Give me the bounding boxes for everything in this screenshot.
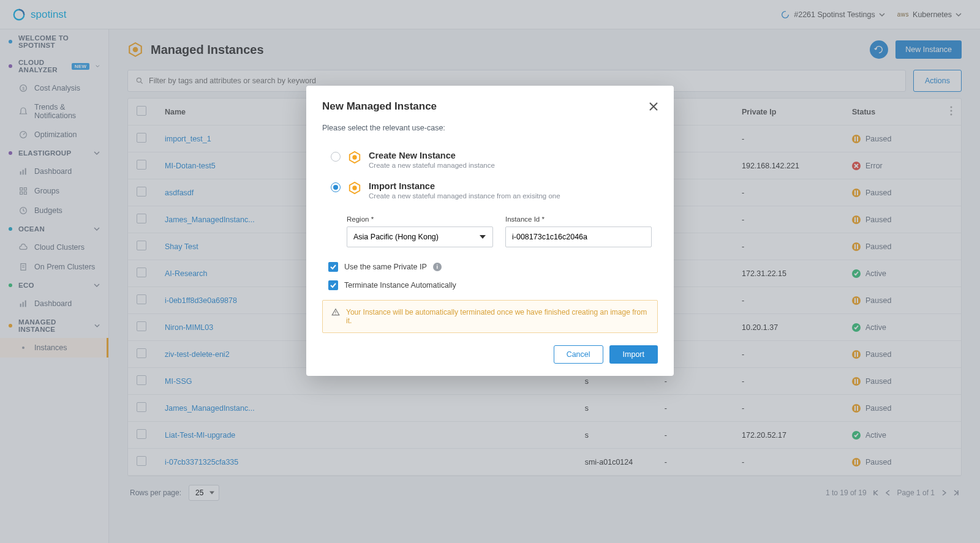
warning-icon bbox=[331, 308, 340, 316]
radio-checked[interactable] bbox=[331, 182, 341, 192]
close-icon[interactable] bbox=[649, 102, 658, 111]
same-private-ip-row[interactable]: Use the same Private IP i bbox=[328, 262, 658, 272]
modal-subtitle: Please select the relevant use-case: bbox=[322, 124, 658, 132]
warning-text: Your Instance will be automatically term… bbox=[346, 308, 649, 325]
modal-title: New Managed Instance bbox=[322, 100, 437, 113]
region-select[interactable] bbox=[347, 227, 493, 247]
hexagon-icon bbox=[348, 181, 361, 195]
info-icon[interactable]: i bbox=[433, 263, 442, 271]
warning-box: Your Instance will be automatically term… bbox=[322, 300, 658, 333]
chk-label: Use the same Private IP bbox=[344, 263, 427, 271]
cancel-button[interactable]: Cancel bbox=[554, 345, 603, 364]
checkbox-checked[interactable] bbox=[328, 280, 338, 290]
svg-point-49 bbox=[352, 185, 356, 190]
new-instance-modal: New Managed Instance Please select the r… bbox=[306, 86, 674, 376]
svg-point-51 bbox=[335, 313, 336, 314]
terminate-auto-row[interactable]: Terminate Instance Automatically bbox=[328, 280, 658, 290]
region-label: Region * bbox=[347, 215, 493, 223]
chk-label: Terminate Instance Automatically bbox=[344, 281, 456, 290]
hexagon-icon bbox=[348, 151, 361, 164]
instance-id-input[interactable] bbox=[505, 227, 652, 247]
radio-unchecked[interactable] bbox=[331, 152, 341, 162]
option-create-new[interactable]: Create New Instance Create a new statefu… bbox=[322, 144, 658, 175]
check-icon bbox=[330, 264, 336, 270]
instance-id-label: Instance Id * bbox=[505, 215, 652, 223]
option-import[interactable]: Import Instance Create a new stateful ma… bbox=[322, 175, 658, 206]
check-icon bbox=[330, 282, 336, 288]
option-title: Create New Instance bbox=[369, 151, 495, 160]
import-button[interactable]: Import bbox=[609, 345, 658, 364]
option-sub: Create a new stateful managed instance bbox=[369, 162, 495, 169]
option-title: Import Instance bbox=[369, 181, 560, 191]
svg-point-47 bbox=[352, 155, 356, 159]
option-sub: Create a new stateful managed instance f… bbox=[369, 192, 560, 200]
checkbox-checked[interactable] bbox=[328, 262, 338, 272]
modal-overlay[interactable]: New Managed Instance Please select the r… bbox=[0, 0, 980, 543]
